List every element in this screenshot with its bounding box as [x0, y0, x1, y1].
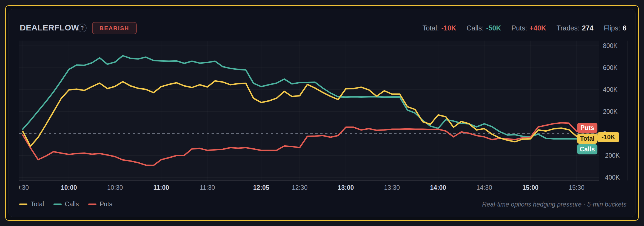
x-tick-label: 13:30	[374, 183, 410, 192]
x-tick-label: 9:30	[19, 183, 41, 192]
stat-puts: Puts:+40K	[511, 24, 546, 32]
stat-value: 6	[623, 24, 626, 32]
x-axis-labels: 9:3010:0010:3011:0011:3012:0512:3013:001…	[19, 183, 599, 192]
chart-legend: TotalCallsPuts	[19, 200, 112, 208]
header-stats: Total:-10KCalls:-50KPuts:+40KTrades:274F…	[423, 24, 626, 32]
sentiment-badge: BEARISH	[92, 22, 137, 34]
y-tick-label: 200K	[603, 108, 628, 116]
legend-label: Calls	[65, 200, 79, 208]
stat-label: Trades:	[557, 24, 580, 32]
current-total-badge: -10K	[597, 132, 619, 142]
x-tick-label: 10:00	[51, 183, 87, 192]
stat-flips: Flips:6	[604, 24, 626, 32]
help-icon-glyph: ?	[81, 25, 84, 31]
x-tick-label: 11:00	[143, 183, 179, 192]
y-tick-label: 600K	[603, 64, 628, 72]
end-label-puts: Puts	[577, 123, 597, 133]
legend-label: Total	[31, 200, 44, 208]
y-tick-label: 400K	[603, 86, 628, 94]
y-tick-label: -400K	[603, 173, 628, 182]
stat-total: Total:-10K	[423, 24, 456, 32]
chart-subtitle: Real-time options hedging pressure · 5-m…	[482, 201, 626, 208]
stat-value: +40K	[529, 24, 546, 32]
legend-item-total[interactable]: Total	[19, 200, 44, 208]
end-label-total: Total	[577, 134, 597, 144]
legend-item-calls[interactable]: Calls	[53, 200, 79, 208]
page-title: DEALERFLOW	[20, 23, 79, 32]
stat-value: 274	[582, 24, 594, 32]
x-tick-label: 10:30	[97, 183, 133, 192]
stat-trades: Trades:274	[557, 24, 594, 32]
x-tick-label: 12:05	[243, 183, 279, 192]
legend-item-puts[interactable]: Puts	[88, 200, 112, 208]
x-tick-label: 12:30	[282, 183, 318, 192]
stat-value: -50K	[486, 24, 501, 32]
legend-label: Puts	[100, 200, 112, 208]
stat-label: Total:	[423, 24, 439, 32]
x-tick-label: 14:30	[466, 183, 502, 192]
x-tick-label: 13:00	[328, 183, 364, 192]
stat-label: Puts:	[511, 24, 527, 32]
end-label-calls: Calls	[577, 144, 597, 154]
x-tick-label: 11:30	[190, 183, 225, 192]
legend-swatch	[19, 204, 27, 205]
y-tick-label: -200K	[603, 151, 628, 160]
stat-value: -10K	[441, 24, 456, 32]
legend-swatch	[53, 204, 62, 205]
chart-plot-area[interactable]	[19, 41, 599, 180]
stat-label: Flips:	[604, 24, 620, 32]
x-tick-label: 15:00	[513, 183, 548, 192]
legend-swatch	[88, 204, 96, 205]
stat-label: Calls:	[467, 24, 484, 32]
help-icon[interactable]: ?	[78, 24, 87, 32]
stat-calls: Calls:-50K	[467, 24, 501, 32]
y-tick-label: 800K	[603, 42, 628, 50]
x-tick-label: 15:30	[559, 183, 594, 192]
x-tick-label: 14:00	[420, 183, 456, 192]
